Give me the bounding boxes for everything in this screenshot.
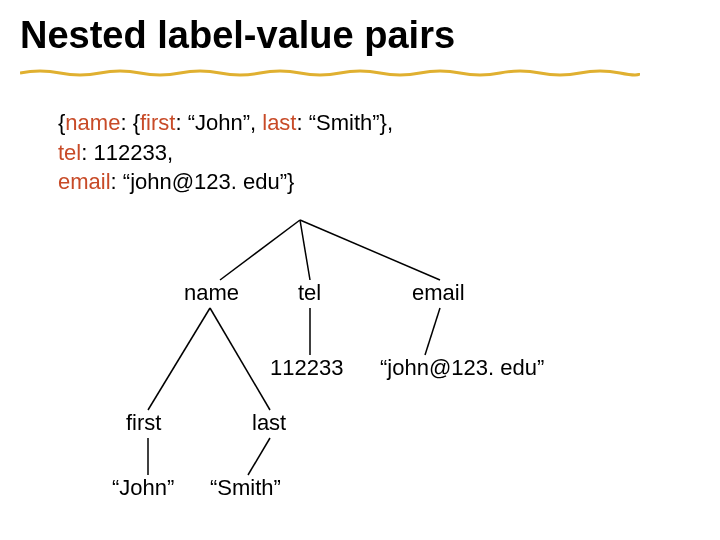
tree-diagram: name tel email 112233 “john@123. edu” fi… <box>0 220 720 540</box>
val-tel: : 112233, <box>81 140 173 165</box>
svg-line-1 <box>300 220 310 280</box>
node-tel-value: 112233 <box>270 355 343 381</box>
sep: : { <box>120 110 140 135</box>
title-underline <box>20 68 640 78</box>
svg-line-0 <box>220 220 300 280</box>
tree-edges <box>0 220 720 540</box>
svg-line-4 <box>425 308 440 355</box>
svg-line-5 <box>148 308 210 410</box>
node-last: last <box>252 410 286 436</box>
val-first: : “John”, <box>175 110 262 135</box>
node-first: first <box>126 410 161 436</box>
node-email: email <box>412 280 465 306</box>
code-line-2: tel: 112233, <box>58 138 393 168</box>
key-name: name <box>65 110 120 135</box>
key-first: first <box>140 110 175 135</box>
key-last: last <box>262 110 296 135</box>
code-line-1: {name: {first: “John”, last: “Smith”}, <box>58 108 393 138</box>
code-line-3: email: “john@123. edu”} <box>58 167 393 197</box>
svg-line-8 <box>248 438 270 475</box>
svg-line-2 <box>300 220 440 280</box>
svg-line-6 <box>210 308 270 410</box>
code-block: {name: {first: “John”, last: “Smith”}, t… <box>58 108 393 197</box>
node-last-value: “Smith” <box>210 475 281 501</box>
val-email: : “john@123. edu”} <box>111 169 295 194</box>
slide-title: Nested label-value pairs <box>20 14 455 57</box>
node-email-value: “john@123. edu” <box>380 355 544 381</box>
node-name: name <box>184 280 239 306</box>
key-email: email <box>58 169 111 194</box>
node-first-value: “John” <box>112 475 174 501</box>
node-tel: tel <box>298 280 321 306</box>
key-tel: tel <box>58 140 81 165</box>
val-last: : “Smith”}, <box>297 110 394 135</box>
